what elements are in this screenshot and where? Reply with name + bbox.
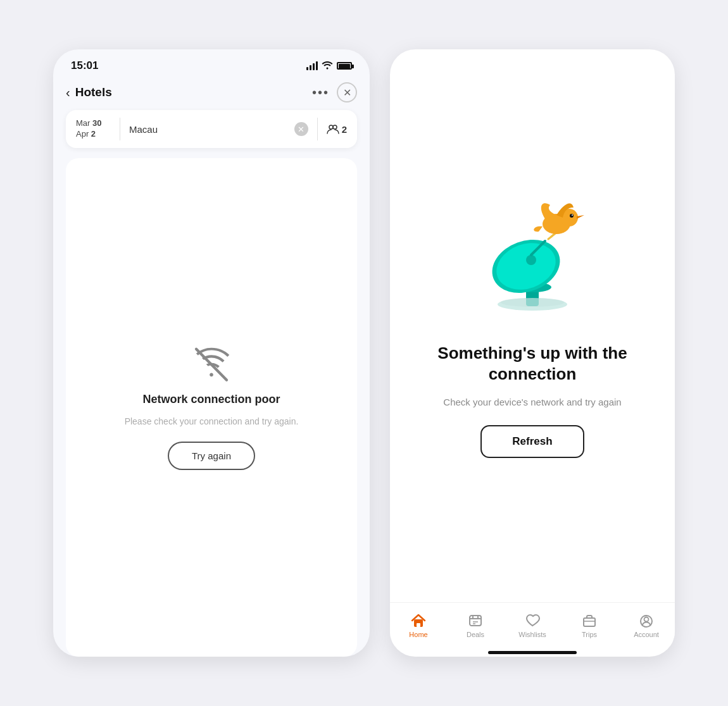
phone-left: 15:01 ‹ Hotels [53,49,370,657]
back-chevron-icon: ‹ [66,85,70,100]
close-button[interactable]: ✕ [337,82,357,102]
page-container: 15:01 ‹ Hotels [0,0,728,706]
search-clear-button[interactable]: ✕ [294,122,308,136]
guests-divider [317,118,318,140]
no-wifi-icon [189,345,234,383]
right-error-subtitle: Check your device's network and try agai… [443,397,621,407]
search-location: Macau [129,124,288,135]
svg-rect-18 [417,623,420,627]
satellite-illustration [463,194,602,320]
deals-icon [467,613,484,628]
svg-point-16 [501,298,564,307]
error-title: Network connection poor [142,393,280,406]
svg-point-14 [570,214,574,218]
signal-bars-icon [306,61,318,70]
wishlists-icon [524,613,541,628]
search-divider [120,118,120,140]
nav-bar: ‹ Hotels ••• ✕ [53,77,370,110]
nav-item-deals[interactable]: Deals [447,610,504,641]
nav-item-wishlists[interactable]: Wishlists [504,610,561,641]
svg-point-8 [526,255,536,265]
error-card: Network connection poor Please check you… [66,158,357,657]
close-icon: ✕ [343,87,351,99]
status-icons [306,61,352,71]
right-main-content: Something's up with the connection Check… [390,49,675,602]
more-button[interactable]: ••• [312,85,329,100]
nav-title: Hotels [75,85,112,99]
svg-point-15 [572,214,573,216]
svg-point-7 [490,235,562,298]
nav-item-account[interactable]: Account [618,610,675,641]
search-guests: 2 [327,123,347,135]
status-time: 15:01 [71,59,98,72]
nav-label-home: Home [409,631,427,638]
svg-rect-25 [584,618,595,626]
right-error-title: Something's up with the connection [410,343,655,384]
nav-label-account: Account [634,631,659,638]
back-button[interactable]: ‹ Hotels [66,85,112,100]
search-dates: Mar 30 Apr 2 [76,118,111,140]
nav-label-wishlists: Wishlists [518,631,546,638]
status-bar: 15:01 [53,49,370,77]
refresh-button[interactable]: Refresh [480,425,584,458]
nav-actions: ••• ✕ [312,82,357,102]
guests-icon [327,123,339,135]
search-bar[interactable]: Mar 30 Apr 2 Macau ✕ 2 [66,110,357,148]
error-subtitle: Please check your connection and try aga… [125,416,299,426]
nav-item-trips[interactable]: Trips [561,610,618,641]
home-icon [410,613,427,628]
home-indicator [488,651,577,654]
nav-label-deals: Deals [467,631,484,638]
svg-point-0 [329,125,333,129]
phone-right: Something's up with the connection Check… [390,49,675,657]
account-icon [638,613,655,628]
nav-label-trips: Trips [582,631,597,638]
battery-icon [337,62,352,70]
wifi-status-icon [322,61,333,71]
bottom-nav: Home Deals Wishlists [390,602,675,646]
date-to: Apr 2 [76,129,111,140]
date-from: Mar 30 [76,118,111,129]
nav-item-home[interactable]: Home [390,610,447,641]
svg-point-1 [333,125,337,129]
svg-point-28 [644,617,649,622]
try-again-button[interactable]: Try again [168,442,255,470]
trips-icon [581,613,598,628]
